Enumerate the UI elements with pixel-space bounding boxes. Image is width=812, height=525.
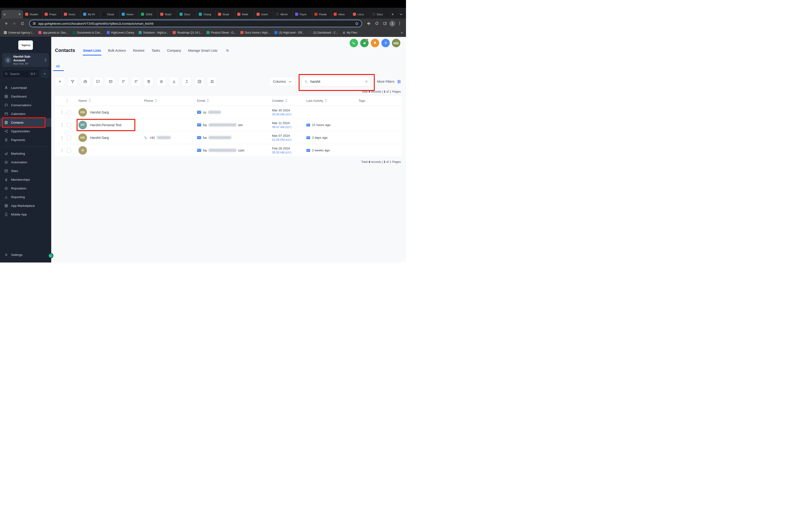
browser-tab[interactable]: Invoic (62, 10, 81, 18)
browser-tab[interactable]: Propo (42, 10, 62, 18)
side-panel-icon[interactable] (381, 20, 388, 27)
column-header-phone[interactable]: Phone (144, 99, 153, 103)
sidebar-item-memberships[interactable]: Memberships (0, 175, 51, 184)
bookmark-item[interactable]: (2) Dashboard - C... (309, 31, 338, 34)
announcements-button[interactable] (360, 39, 369, 47)
browser-tab[interactable]: Home (119, 10, 139, 18)
sidebar-item-reputation[interactable]: Reputation (0, 184, 51, 193)
send-sms-button[interactable] (93, 77, 103, 86)
add-to-favorites-button[interactable] (156, 77, 166, 86)
column-header-name[interactable]: Name (78, 99, 87, 103)
contact-name[interactable]: Harshit Garg (90, 136, 109, 139)
sort-icon[interactable] (155, 99, 157, 102)
remove-from-campaign-button[interactable] (131, 77, 141, 86)
sidebar-item-payments[interactable]: Payments (0, 136, 51, 144)
contact-search-input[interactable] (310, 80, 363, 84)
browser-tab[interactable]: Inbox (331, 10, 351, 18)
reload-icon[interactable] (19, 20, 26, 27)
browser-tab[interactable]: Panda (312, 10, 331, 18)
tab-manage-smart-lists[interactable]: Manage Smart Lists (188, 49, 218, 52)
sidebar-item-conversations[interactable]: Conversations (0, 101, 51, 109)
bookmark-item[interactable]: (3) HighLevel - Off... (274, 31, 304, 34)
tab-restore[interactable]: Restore (133, 49, 144, 52)
sidebar-collapse-button[interactable]: ‹ (48, 253, 53, 258)
table-columns-button[interactable] (195, 77, 204, 86)
frame-crop-button[interactable] (207, 77, 217, 86)
send-email-button[interactable] (106, 77, 116, 86)
bookmarks-overflow-icon[interactable]: » (401, 31, 402, 34)
tab-tasks[interactable]: Tasks (152, 49, 160, 52)
bookmark-item[interactable]: Solutions : HighLe... (139, 31, 168, 34)
sidebar-search-input[interactable] (10, 72, 26, 76)
notifications-bell-button[interactable] (371, 39, 379, 47)
column-header-created[interactable]: Created (272, 99, 284, 103)
clear-search-icon[interactable]: ✕ (365, 79, 368, 84)
contact-name[interactable]: Harshit Garg (90, 110, 109, 114)
sidebar-item-mobile-app[interactable]: Mobile App (0, 210, 51, 219)
column-header-email[interactable]: Email (197, 99, 205, 103)
sidebar-item-app-marketplace[interactable]: App Marketplace (0, 201, 51, 210)
add-to-campaign-button[interactable] (119, 77, 128, 86)
sort-icon[interactable] (285, 99, 288, 102)
row-checkbox[interactable] (67, 123, 71, 127)
extensions-puzzle-icon[interactable] (373, 20, 380, 27)
import-contacts-button[interactable] (169, 77, 179, 86)
column-header-last-activity[interactable]: Last Activity (306, 99, 323, 103)
sidebar-item-marketing[interactable]: Marketing (0, 149, 51, 158)
browser-tab[interactable]: 1550( (139, 10, 158, 18)
table-row[interactable]: H ha com Feb 28 2024 05:33 AM (EST) (55, 144, 401, 157)
table-row[interactable]: HG Harshit Garg ss Mar 30 2024 03:44 AM … (55, 106, 401, 119)
help-button[interactable]: ? (381, 39, 390, 47)
bookmark-item[interactable]: Documents & Con... (73, 31, 102, 34)
browser-tab[interactable]: Redir (235, 10, 254, 18)
more-filters-button[interactable]: More Filters (377, 79, 401, 84)
bookmark-item[interactable]: Roadmap Q1-24 |... (173, 31, 202, 34)
tab-company[interactable]: Company (167, 49, 181, 52)
new-tab-button[interactable]: + (389, 10, 396, 18)
company-briefcase-button[interactable] (80, 77, 90, 86)
filter-funnel-button[interactable] (68, 77, 78, 86)
tab-bulk-actions[interactable]: Bulk Actions (108, 49, 126, 52)
browser-tab[interactable]: Paym (293, 10, 312, 18)
browser-tab[interactable]: Merch (274, 10, 293, 18)
forward-icon[interactable] (11, 20, 18, 27)
sort-icon[interactable] (88, 99, 91, 102)
bookmark-item[interactable]: My Files (342, 31, 357, 34)
sort-icon[interactable] (324, 99, 327, 102)
row-menu-icon[interactable] (57, 123, 67, 127)
row-menu-icon[interactable] (57, 136, 67, 139)
browser-tab[interactable]: Road (158, 10, 177, 18)
select-all-checkbox[interactable] (67, 99, 67, 103)
sidebar-item-automation[interactable]: Automation (0, 158, 51, 167)
contact-search-field[interactable]: ✕ (302, 77, 371, 87)
browser-tab[interactable]: Roadm (23, 10, 42, 18)
user-avatar[interactable]: HG (392, 39, 400, 47)
row-checkbox[interactable] (67, 148, 71, 152)
row-checkbox[interactable] (67, 110, 71, 115)
sidebar-item-launchpad[interactable]: Launchpad (0, 84, 51, 92)
account-chevrons-icon[interactable] (44, 59, 47, 62)
sidebar-search[interactable]: ⌘ K (2, 70, 39, 78)
browser-tab-active[interactable]: U ✕ (1, 10, 23, 18)
export-contacts-button[interactable] (182, 77, 192, 86)
smart-list-tab-all[interactable]: All (56, 64, 60, 71)
row-checkbox[interactable] (67, 136, 71, 140)
browser-tab[interactable]: Docu (177, 10, 196, 18)
sidebar-item-sites[interactable]: Sites (0, 167, 51, 175)
extension-pinwheel-icon[interactable] (365, 20, 372, 27)
bookmark-star-icon[interactable] (355, 21, 359, 26)
bookmark-item[interactable]: app.pendo.io: Das... (38, 31, 68, 34)
row-menu-icon[interactable] (57, 110, 67, 114)
browser-tab[interactable]: Docu (370, 10, 389, 18)
browser-tab[interactable]: Insert (254, 10, 274, 18)
delete-button[interactable] (144, 77, 154, 86)
table-row[interactable]: HG Harshit Garg +91 ha (55, 131, 401, 144)
sidebar-item-calendars[interactable]: Calendars (0, 109, 51, 118)
sort-icon[interactable] (206, 99, 209, 102)
bookmark-item[interactable]: Universal Agency I... (4, 31, 34, 34)
address-bar[interactable]: app.gohighlevel.com/v2/location/VT3XEugH… (29, 20, 362, 27)
bookmark-item[interactable]: Product Sheet - G... (206, 31, 236, 34)
url-text[interactable]: app.gohighlevel.com/v2/location/VT3XEugH… (38, 22, 353, 25)
row-menu-icon[interactable] (57, 149, 67, 152)
bookmark-item[interactable]: HighLevel | Canny (107, 31, 134, 34)
